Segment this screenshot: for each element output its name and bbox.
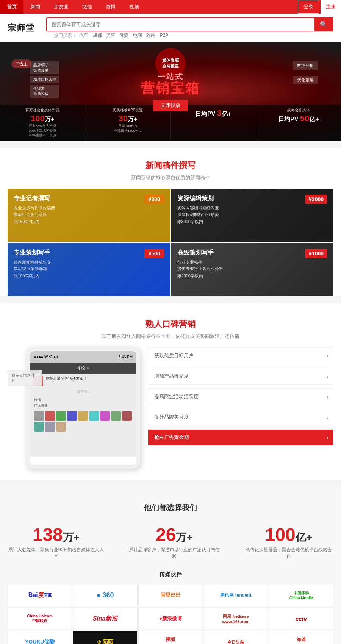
login-button[interactable]: 登录 [298,0,319,14]
contact-3 [56,411,66,421]
search-input[interactable] [47,19,314,30]
news-section: 新闻稿件撰写 新闻营销的核心源自优质的新闻稿件 专业记者撰写 专业众多写作高效稿… [0,148,341,296]
left-label-1: 自定义推送时间 [8,370,42,386]
hot-search: 热门搜索： 汽车 成都 美容 母婴 电商 彩站 P2P [46,31,333,39]
partner-mobile: 中国移动China Mobile [269,584,333,606]
partners-title: 传媒伙伴 [8,567,333,578]
partner-unicom: China Unicom中国联通 [8,607,72,630]
feature-2[interactable]: 增加产品曝光度 › [148,368,333,385]
stat-item-1: 138万+ 累计入驻媒体，聚集行业90%知名自媒体红人大V [8,524,105,560]
news-card-4[interactable]: 高级策划写手 行业专业稿件提供专业行业观点和分析 限2000字以内 ¥1000 [171,243,334,296]
partner-360: ● 360 [73,584,137,606]
contact-7 [100,411,110,421]
nav-video[interactable]: 视频 [122,0,146,14]
phone-area: 自定义推送时间 ●●●● WeChat 8:43 PM 讨论 ··· 你能 [8,347,136,469]
contact-8 [111,411,121,421]
chat-timestamp: 基于朋... [33,389,134,394]
logo: 宗师堂 [8,22,35,34]
feature-1[interactable]: 获取优质目标用户 › [148,347,333,364]
phone-status-bar: ●●●● WeChat 8:43 PM [30,351,136,363]
contact-5 [78,411,88,421]
news-card-3[interactable]: 专业策划写手 策略新闻稿件成熟文撰写观点策划选题 限1000字以内 ¥500 [8,243,170,296]
search-bar: 🔍 [46,17,333,31]
contact-6 [89,411,99,421]
social-features: 获取优质目标用户 › 增加产品曝光度 › 提高商业活动活跃度 › 提升品牌美誉度… [148,347,333,446]
partners-grid: Bai度 百度 ● 360 阿里巴巴 腾讯网 tencent 中国移动China… [8,584,333,644]
stat-item-2: 26万+ 累计品牌客户，深透市场行业的广泛认可与信赖 [127,524,221,560]
nav-news[interactable]: 新闻 [23,0,47,14]
hero-right-labels: 数据分析 优化策略 [293,61,318,84]
chat-labels: 传播 广泛传播 [33,396,134,410]
card-price-1: ¥800 [144,195,164,204]
hero-advertiser: 广告主 [11,59,31,68]
chat-message-1: 你能是最全美活动发布了 [33,376,134,386]
hero-left-labels: 品牌/用户媒体传播 精准目标人群 全渠道自助投放 [30,61,59,98]
partner-baidu: Bai度 百度 [8,584,72,606]
header: 宗师堂 🔍 热门搜索： 汽车 成都 美容 母婴 电商 彩站 P2P [0,14,341,42]
search-button[interactable]: 🔍 [314,18,333,31]
hot-item-5[interactable]: 电商 [133,33,142,38]
nav-home[interactable]: 首页 [0,0,23,14]
news-card-2[interactable]: 资深编辑策划 资深内容编辑精细深度深度检测解析行业形势 限3000字以内 ¥20… [171,189,334,242]
partner-tencent: 腾讯网 tencent [203,584,268,606]
contact-9 [122,411,132,421]
partner-weibo: ●新浪微博 [138,607,203,630]
register-button[interactable]: 注册 [321,0,341,14]
contacts-grid [33,410,134,433]
news-section-sub: 新闻营销的核心源自优质的新闻稿件 [8,174,333,181]
hot-item-2[interactable]: 成都 [93,33,102,38]
partner-youdao: 海道youdao [269,631,333,644]
news-card-1[interactable]: 专业记者撰写 专业众多写作高效稿酬撰写社会观点活跃 限1500字以内 ¥800 [8,189,170,242]
feature-4[interactable]: 提升品牌美誉度 › [148,409,333,425]
partner-sohu: 搜狐SOHU.com [138,631,203,644]
hot-item-1[interactable]: 汽车 [79,33,88,38]
partner-momo: ⊙ 陌陌 [73,631,137,644]
social-sub: 基于朋友圈红人网络像行业企业，依托好友关系圈激活广泛传播 [8,333,333,340]
partner-toutiao: 今日头条 [203,631,268,644]
partners-section: 传媒伙伴 Bai度 百度 ● 360 阿里巴巴 腾讯网 tencent 中国移动… [8,567,333,644]
phone-screen: ●●●● WeChat 8:43 PM 讨论 ··· 你能是最全美活动发布了 基… [30,351,136,465]
hot-item-6[interactable]: 彩站 [146,33,155,38]
contact-11 [45,422,55,432]
phone-mockup: ●●●● WeChat 8:43 PM 讨论 ··· 你能是最全美活动发布了 基… [27,347,140,469]
wechat-chat-header: 讨论 ··· [30,363,136,374]
hero-stat-4: 战略合作媒体 日均PV 50亿+ [256,105,341,141]
contact-10 [34,422,44,432]
hero-stat-1: 百万社会化媒体资源 100万+ 行业85%红人资源90%主流地区资源80%重量K… [0,105,85,141]
social-section: 熟人口碑营销 基于朋友圈红人网络像行业企业，依托好友关系圈激活广泛传播 自定义推… [0,303,341,480]
news-section-title: 新闻稿件撰写 [8,160,333,171]
partner-netease: 网易 NetEasewww.163.com [203,607,268,630]
hot-item-7[interactable]: P2P [160,33,168,38]
contact-4 [67,411,77,421]
social-content: 自定义推送时间 ●●●● WeChat 8:43 PM 讨论 ··· 你能 [8,347,333,469]
contact-12 [56,422,66,432]
card-price-3: ¥500 [144,249,164,258]
stats-row: 138万+ 累计入驻媒体，聚集行业90%知名自媒体红人大V 26万+ 累计品牌客… [8,524,333,560]
feature-3[interactable]: 提高商业活动活跃度 › [148,388,333,405]
nav-wechat[interactable]: 微信 [75,0,99,14]
top-nav: 首页 新闻 朋友圈 微信 微博 视频 登录 注册 [0,0,341,14]
partner-youku: YOUKU优酷 [8,631,72,644]
hero-banner: 媒体资源 全网覆盖 品牌/用户媒体传播 精准目标人群 全渠道自助投放 广告主 一… [0,42,341,141]
hero-cta-button[interactable]: 立即投放 [153,100,188,111]
card-price-2: ¥2000 [305,195,327,204]
contact-1 [34,411,44,421]
partner-cctv: cctv [269,607,333,630]
stat-item-3: 100亿+ 总传亿次量覆盖，聚合全球优质平台战略合作 [244,524,333,560]
hero-center: 一站式 营销宝箱 立即投放 [141,72,200,111]
chat-area: 你能是最全美活动发布了 基于朋... 传播 广泛传播 [30,374,136,457]
social-title: 熟人口碑营销 [8,319,333,330]
partner-sina: Sina新浪 [73,607,137,630]
nav-weibo[interactable]: 微博 [99,0,122,14]
hero-title: 营销宝箱 [141,81,200,96]
card-price-4: ¥1000 [305,249,327,258]
stats-title: 他们都选择我们 [8,503,333,513]
hot-item-4[interactable]: 母婴 [119,33,128,38]
stats-section: 他们都选择我们 138万+ 累计入驻媒体，聚集行业90%知名自媒体红人大V 26… [0,488,341,644]
news-cards-grid: 专业记者撰写 专业众多写作高效稿酬撰写社会观点活跃 限1500字以内 ¥800 … [8,189,333,296]
nav-friends[interactable]: 朋友圈 [47,0,75,14]
feature-5[interactable]: 抢占广告黄金期 › [148,429,333,446]
partner-alibaba: 阿里巴巴 [138,584,203,606]
hot-item-3[interactable]: 美容 [106,33,115,38]
hot-prefix: 热门搜索： [54,33,77,38]
